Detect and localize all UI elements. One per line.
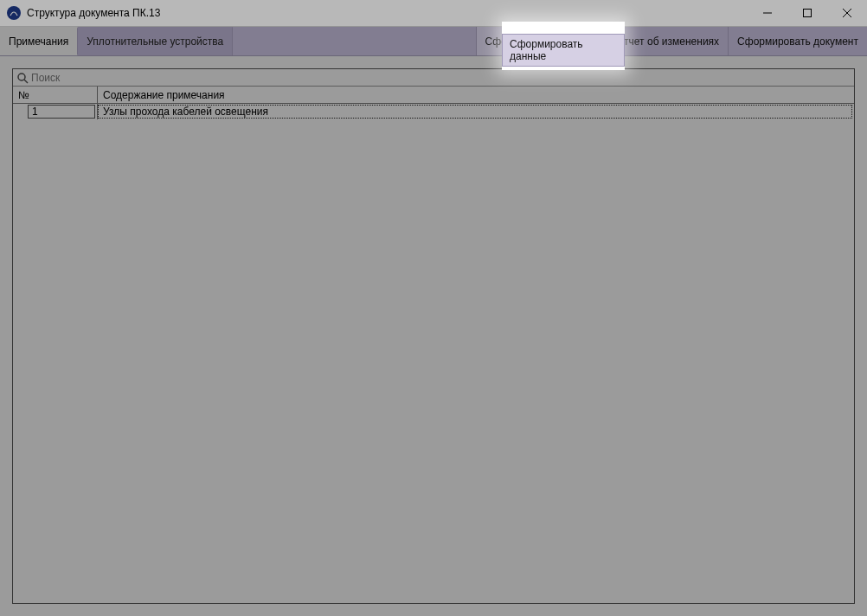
minimize-button[interactable] bbox=[748, 0, 787, 26]
window-buttons bbox=[748, 0, 867, 26]
search-placeholder: Поиск bbox=[31, 72, 60, 84]
generate-doc-button[interactable]: Сформировать документ bbox=[728, 27, 867, 55]
generate-doc-label: Сформировать документ bbox=[737, 35, 858, 48]
generate-data-highlight-label: Сформировать данные bbox=[510, 38, 583, 62]
tab-notes-label: Примечания bbox=[9, 35, 68, 48]
cell-num-value: 1 bbox=[32, 106, 38, 118]
grid-header: № Содержание примечания bbox=[13, 87, 854, 104]
generate-data-button-highlight[interactable]: Сформировать данные bbox=[502, 34, 625, 67]
tab-seals-label: Уплотнительные устройства bbox=[87, 35, 223, 48]
svg-line-5 bbox=[24, 80, 28, 83]
table-row[interactable]: 1 Узлы прохода кабелей освещения bbox=[13, 104, 854, 119]
title-bar: Структура документа ПК.13 bbox=[0, 0, 867, 27]
close-button[interactable] bbox=[827, 0, 867, 26]
cell-content-value: Узлы прохода кабелей освещения bbox=[103, 106, 268, 118]
client-area: Поиск № Содержание примечания 1 Узлы про… bbox=[0, 56, 867, 616]
tab-notes[interactable]: Примечания bbox=[0, 27, 78, 55]
main-panel: Поиск № Содержание примечания 1 Узлы про… bbox=[12, 68, 855, 604]
search-bar[interactable]: Поиск bbox=[13, 69, 854, 87]
svg-point-4 bbox=[18, 74, 25, 80]
tabs: Примечания Уплотнительные устройства bbox=[0, 27, 233, 55]
search-icon bbox=[16, 72, 29, 84]
header-content[interactable]: Содержание примечания bbox=[98, 87, 854, 103]
highlight-area: Сформировать данные bbox=[502, 22, 625, 70]
cell-content[interactable]: Узлы прохода кабелей освещения bbox=[98, 105, 852, 119]
cell-num[interactable]: 1 bbox=[13, 104, 98, 119]
change-report-label: Отчет об изменениях bbox=[616, 35, 719, 48]
toolbar: Примечания Уплотнительные устройства Сфо… bbox=[0, 27, 867, 56]
window-title: Структура документа ПК.13 bbox=[27, 7, 748, 19]
svg-rect-1 bbox=[804, 10, 812, 17]
maximize-button[interactable] bbox=[787, 0, 827, 26]
app-icon bbox=[7, 6, 21, 20]
tab-seals[interactable]: Уплотнительные устройства bbox=[78, 27, 233, 55]
header-num[interactable]: № bbox=[13, 87, 98, 103]
notes-grid: № Содержание примечания 1 Узлы прохода к… bbox=[13, 87, 854, 119]
